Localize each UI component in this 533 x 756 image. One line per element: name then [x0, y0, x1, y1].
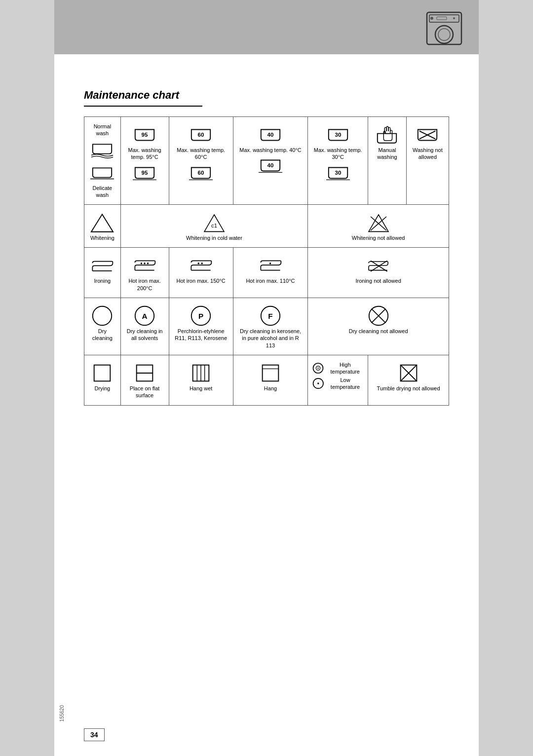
svg-point-34 — [198, 263, 199, 264]
normal-wash-symbol — [90, 137, 114, 161]
drying-row: Drying Place on flat surface — [84, 355, 449, 405]
hang-label: Hang — [264, 385, 277, 392]
dry-cleaning-P-label: Perchlorin-etyhlene R11, R113, Kerosene — [173, 328, 229, 342]
tumble-high-symbol — [312, 361, 324, 375]
svg-text:P: P — [198, 312, 203, 320]
title-divider — [84, 106, 202, 107]
hang-wet-label: Hang wet — [190, 385, 212, 392]
wash-95-cell: 95 Max. washing temp. 95°C 95 — [120, 117, 169, 205]
wash-40-cell: 40 Max. washing temp. 40°C 40 — [233, 117, 307, 205]
washing-machine-icon — [424, 7, 464, 47]
iron-110-cell: Hot iron max. 110°C — [233, 248, 307, 298]
svg-text:A: A — [142, 312, 148, 320]
tumble-low-label: Low temperature — [327, 377, 364, 391]
ironing-label: Ironing — [94, 277, 111, 284]
wash-not-allowed-symbol — [416, 123, 439, 147]
dry-cleaning-label: Dry cleaning — [88, 328, 116, 342]
dry-cleaning-P-symbol: P — [189, 304, 213, 328]
page-number: 34 — [84, 728, 105, 741]
flat-surface-cell: Place on flat surface — [120, 355, 169, 405]
maintenance-table: Normal wash Delicate wash — [84, 116, 449, 406]
wash-95-delicate-symbol: 95 — [133, 161, 156, 185]
wash-not-allowed-cell: Washing not allowed — [406, 117, 449, 205]
whitening-symbol — [90, 211, 114, 234]
dry-cleaning-cell: Dry cleaning — [84, 298, 121, 355]
ironing-symbol — [90, 254, 114, 277]
svg-rect-51 — [94, 365, 111, 381]
flat-surface-symbol — [133, 361, 156, 385]
dry-cleaning-A-label: Dry cleaning in all solvents — [125, 328, 165, 342]
svg-point-41 — [93, 306, 112, 325]
tumble-low-symbol — [312, 377, 325, 390]
whitening-cold-label: Whitening in cold water — [186, 234, 242, 241]
whitening-not-allowed-label: Whitening not allowed — [352, 234, 405, 241]
iron-110-label: Hot iron max. 110°C — [246, 277, 295, 284]
iron-150-cell: Hot iron max. 150°C — [169, 248, 233, 298]
svg-point-62 — [317, 368, 319, 369]
whitening-cold-symbol: c1 — [202, 211, 226, 234]
dry-cleaning-symbol — [90, 304, 114, 328]
manual-wash-label: Manual washing — [372, 147, 402, 161]
wash-40-label: Max. washing temp. 40°C — [239, 147, 301, 153]
iron-200-cell: Hot iron max. 200°C — [120, 248, 169, 298]
flat-surface-label: Place on flat surface — [125, 385, 165, 399]
wash-30-label: Max. washing temp. 30°C — [312, 147, 364, 161]
tumble-high-label: High temperature — [326, 361, 364, 376]
wash-60-delicate-symbol: 60 — [189, 161, 213, 185]
whitening-row: Whitening c1 Whitening in cold water — [84, 205, 449, 248]
wash-not-allowed-label: Washing not allowed — [411, 147, 445, 161]
svg-point-30 — [141, 263, 142, 264]
iron-110-symbol — [259, 254, 282, 277]
ironing-not-allowed-label: Ironing not allowed — [355, 277, 401, 284]
svg-point-5 — [453, 17, 455, 19]
dry-cleaning-P-cell: P Perchlorin-etyhlene R11, R113, Kerosen… — [169, 298, 233, 355]
page-title: Maintenance chart — [84, 89, 449, 102]
dry-cleaning-not-allowed-cell: Dry cleaning not allowed — [308, 298, 449, 355]
wash-40-symbol: 40 — [259, 123, 282, 147]
drying-label: Drying — [94, 385, 110, 392]
svg-text:60: 60 — [198, 132, 204, 138]
svg-text:60: 60 — [198, 169, 204, 175]
wash-60-symbol: 60 — [189, 123, 213, 147]
dry-cleaning-not-allowed-symbol — [367, 304, 390, 328]
svg-marker-22 — [91, 214, 113, 232]
wash-40-delicate-symbol: 40 — [259, 153, 282, 177]
tumble-not-allowed-cell: Tumble drying not allowed — [368, 355, 449, 405]
svg-text:40: 40 — [267, 162, 274, 168]
wash-60-cell: 60 Max. washing temp. 60°C 60 — [169, 117, 233, 205]
svg-text:40: 40 — [267, 132, 274, 138]
svg-point-35 — [201, 263, 203, 264]
whitening-cell: Whitening — [84, 205, 121, 248]
whitening-label: Whitening — [90, 234, 114, 241]
wash-95-label: Max. washing temp. 95°C — [125, 147, 165, 161]
normal-wash-label: Normal wash — [88, 123, 116, 137]
header-bar — [54, 0, 479, 54]
table-row: Normal wash Delicate wash — [84, 117, 449, 205]
svg-text:95: 95 — [142, 169, 148, 175]
manual-wash-cell: Manual washing — [368, 117, 407, 205]
svg-point-4 — [430, 17, 433, 20]
normal-delicate-wash-cell: Normal wash Delicate wash — [84, 117, 121, 205]
dry-cleaning-F-symbol: F — [259, 304, 282, 328]
main-content: Maintenance chart Normal wash — [84, 89, 449, 406]
svg-text:30: 30 — [335, 132, 341, 138]
svg-text:c1: c1 — [211, 223, 217, 229]
svg-point-31 — [144, 263, 145, 264]
drying-symbol — [90, 361, 114, 385]
ironing-not-allowed-symbol — [367, 254, 390, 277]
hang-symbol — [259, 361, 282, 385]
delicate-wash-symbol — [90, 161, 114, 185]
hang-cell: Hang — [233, 355, 307, 405]
svg-point-32 — [147, 263, 149, 264]
svg-point-3 — [438, 29, 450, 40]
svg-text:30: 30 — [335, 169, 341, 175]
wash-95-symbol: 95 — [133, 123, 156, 147]
whitening-not-allowed-cell: Whitening not allowed — [308, 205, 449, 248]
hang-wet-cell: Hang wet — [169, 355, 233, 405]
whitening-not-allowed-symbol — [367, 211, 390, 234]
wash-30-symbol: 30 — [326, 123, 350, 147]
dry-cleaning-F-label: Dry cleaning in kerosene, in pure alcoho… — [237, 328, 304, 349]
svg-point-37 — [269, 263, 271, 264]
doc-number: 155620 — [59, 705, 65, 721]
delicate-wash-label: Delicate wash — [88, 185, 116, 199]
